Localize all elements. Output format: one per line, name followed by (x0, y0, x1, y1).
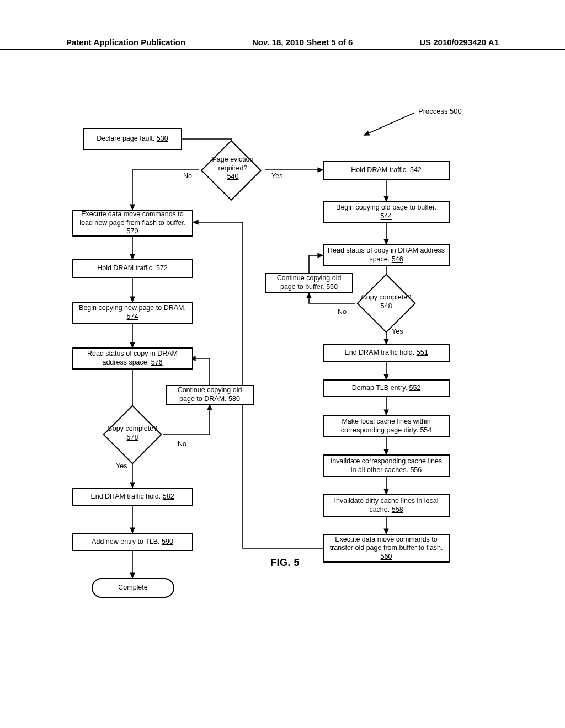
node-554: Make local cache lines within correspond… (323, 415, 450, 437)
node-551: End DRAM traffic hold. 551 (323, 344, 450, 362)
node-554-text: Make local cache lines within correspond… (327, 417, 445, 435)
node-570-text: Execute data move commands to load new p… (76, 210, 189, 236)
node-542-text: Hold DRAM traffic. 542 (351, 166, 422, 175)
node-556-text: Invalidate corresponding cache lines in … (327, 457, 445, 474)
node-574: Begin copying new page to DRAM. 574 (72, 302, 193, 324)
node-576: Read status of copy in DRAM address spac… (72, 347, 193, 370)
node-548-label: Copy complete?548 (359, 293, 414, 311)
node-546-text: Read status of copy in DRAM address spac… (327, 247, 445, 264)
node-544-text: Begin copying old page to buffer.544 (336, 204, 436, 221)
node-540-label: Page eviction required?540 (205, 156, 260, 181)
edge-548-yes: Yes (391, 328, 404, 335)
node-590-text: Add new entry to TLB. 590 (92, 538, 173, 547)
svg-line-0 (364, 113, 414, 135)
page-header: Patent Application Publication Nov. 18, … (0, 38, 565, 50)
edge-578-yes: Yes (115, 462, 128, 470)
node-551-text: End DRAM traffic hold. 551 (344, 349, 428, 357)
node-530: Declare page fault. 530 (83, 128, 182, 150)
node-558-text: Invalidate dirty cache lines in local ca… (327, 497, 445, 514)
node-558: Invalidate dirty cache lines in local ca… (323, 494, 450, 517)
edge-540-yes: Yes (270, 172, 284, 180)
node-550-text: Continue copying old page to buffer. 550 (269, 274, 349, 291)
node-552: Demap TLB entry. 552 (323, 379, 450, 397)
node-582-text: End DRAM traffic hold. 582 (90, 493, 174, 501)
node-570: Execute data move commands to load new p… (72, 210, 193, 237)
node-complete-text: Complete (118, 584, 148, 592)
node-530-text: Declare page fault. 530 (97, 135, 168, 143)
header-left: Patent Application Publication (66, 38, 185, 47)
edge-540-no: No (182, 172, 193, 180)
edge-578-no: No (177, 440, 188, 448)
edge-548-no: No (337, 308, 348, 315)
node-552-text: Demap TLB entry. 552 (352, 384, 421, 393)
node-590: Add new entry to TLB. 590 (72, 533, 193, 551)
node-542: Hold DRAM traffic. 542 (323, 161, 450, 180)
node-580: Continue copying old page to DRAM. 580 (166, 385, 254, 405)
flowchart-diagram: Proccess 500 Declare page fault. 530 Pag… (66, 105, 502, 684)
node-complete: Complete (92, 578, 174, 598)
node-560: Execute data move commands to transfer o… (323, 534, 450, 563)
node-576-text: Read status of copy in DRAM address spac… (76, 350, 189, 367)
process-label: Proccess 500 (417, 107, 463, 115)
node-556: Invalidate corresponding cache lines in … (323, 454, 450, 477)
node-582: End DRAM traffic hold. 582 (72, 488, 193, 506)
node-560-text: Execute data move commands to transfer o… (327, 536, 445, 561)
figure-label: FIG. 5 (270, 557, 300, 569)
node-572: Hold DRAM traffic. 572 (72, 259, 193, 278)
node-544: Begin copying old page to buffer.544 (323, 201, 450, 223)
node-580-text: Continue copying old page to DRAM. 580 (170, 386, 249, 403)
header-right: US 2010/0293420 A1 (419, 38, 499, 47)
node-572-text: Hold DRAM traffic. 572 (97, 264, 168, 273)
node-546: Read status of copy in DRAM address spac… (323, 244, 450, 266)
node-550: Continue copying old page to buffer. 550 (265, 273, 353, 293)
header-center: Nov. 18, 2010 Sheet 5 of 6 (252, 38, 353, 47)
node-578-label: Copy complete?578 (105, 425, 160, 442)
node-574-text: Begin copying new page to DRAM. 574 (76, 304, 189, 321)
